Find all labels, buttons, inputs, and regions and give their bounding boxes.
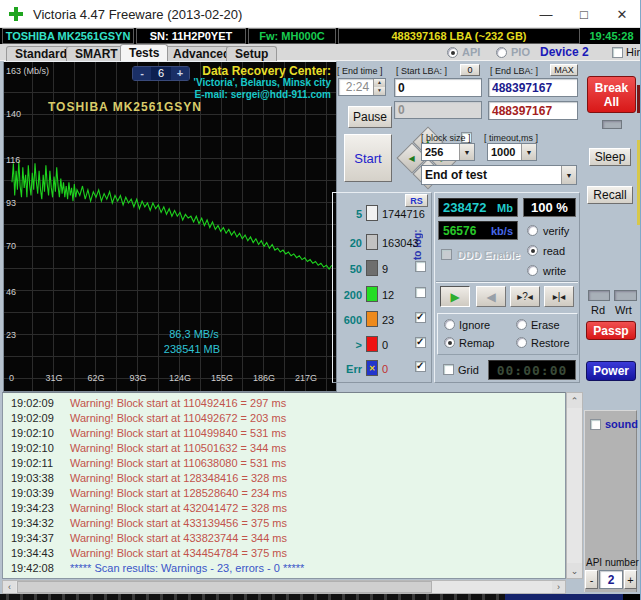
tab-smart[interactable]: SMART xyxy=(66,46,127,61)
scroll-left-icon[interactable]: ‹ xyxy=(3,581,16,593)
timeout-dropdown[interactable]: 1000 ▼ xyxy=(487,143,537,161)
play-button[interactable]: ▶ xyxy=(440,286,470,307)
api-radio[interactable] xyxy=(447,47,458,58)
to-log-checkbox-200[interactable] xyxy=(415,287,426,298)
scroll-down-icon[interactable]: ⌄ xyxy=(567,563,582,578)
rs-button[interactable]: RS xyxy=(405,194,428,207)
start-lba-label: [ Start LBA: ] xyxy=(396,66,447,76)
verify-radio[interactable] xyxy=(527,225,538,236)
restore-radio-label: Restore xyxy=(531,337,570,349)
drive-serial: SN: 11H2P0YET xyxy=(136,28,246,44)
timer-display: 00:00:00 xyxy=(488,360,576,380)
percent-value: 100 % xyxy=(531,200,568,215)
log-message: Warning! Block start at 110499840 = 531 … xyxy=(70,427,286,439)
maximize-button[interactable]: □ xyxy=(565,0,603,28)
end-action-dropdown[interactable]: End of test ▼ xyxy=(421,165,577,185)
start-lba-input[interactable]: 0 xyxy=(394,78,482,97)
counter-value-5: 1744716 xyxy=(382,208,425,220)
power-button[interactable]: Power xyxy=(586,361,636,381)
counter-label-50: 50 xyxy=(334,263,362,275)
end-time-spin-buttons[interactable]: ▲▼ xyxy=(373,79,385,95)
remap-radio[interactable] xyxy=(444,337,455,348)
y-axis-tick-label: 140 xyxy=(6,109,21,119)
scroll-up-icon[interactable]: ⌃ xyxy=(567,393,582,408)
log-message: Warning! Block start at 433139456 = 375 … xyxy=(70,517,287,529)
log-area[interactable]: 19:02:09Warning! Block start at 11049241… xyxy=(2,392,566,579)
seek-end-button[interactable]: ▸|◂ xyxy=(544,286,574,307)
pio-radio[interactable] xyxy=(496,47,507,58)
recall-button[interactable]: Recall xyxy=(587,186,633,204)
counter-label-gt: > xyxy=(334,339,362,351)
speed-display: 56576 kb/s xyxy=(438,221,518,240)
end-time-value: 2:24 xyxy=(342,80,373,94)
close-button[interactable]: ✕ xyxy=(603,0,641,28)
end-time-spinner[interactable]: 2:24 ▲▼ xyxy=(338,78,386,96)
hints-checkbox[interactable] xyxy=(612,47,623,58)
to-log-checkbox-50[interactable] xyxy=(415,261,426,272)
end-lba-max-button[interactable]: MAX xyxy=(550,64,578,76)
block-size-label: [ block size ] xyxy=(421,133,471,143)
scroll-right-icon[interactable]: › xyxy=(552,581,565,593)
spin-down-icon[interactable]: ▼ xyxy=(374,87,385,95)
drive-model: TOSHIBA MK2561GSYN xyxy=(2,28,134,44)
sound-checkbox[interactable] xyxy=(590,419,601,430)
y-axis-tick-label: 116 xyxy=(6,155,20,165)
victoria-app-window: Victoria 4.47 Freeware (2013-02-20) — □ … xyxy=(0,0,641,600)
tab-bar: Standard SMART Tests Advanced Setup API … xyxy=(0,44,641,61)
dropdown-arrow-icon[interactable]: ▼ xyxy=(521,144,536,160)
graph-drive-title: TOSHIBA MK2561GSYN xyxy=(48,100,202,114)
rd-label: Rd xyxy=(591,304,605,316)
ignore-radio-label: Ignore xyxy=(459,319,490,331)
counter-block-5 xyxy=(366,205,378,221)
end-lba-input[interactable]: 488397167 xyxy=(488,78,578,97)
rewind-button[interactable]: ◀ xyxy=(476,286,506,307)
zoom-in-button[interactable]: + xyxy=(171,67,189,80)
rewind-icon: ◀ xyxy=(486,290,495,304)
clock: 19:45:28 xyxy=(582,28,641,44)
start-lba-zero-button[interactable]: 0 xyxy=(460,64,480,76)
tab-tests[interactable]: Tests xyxy=(120,44,168,61)
api-number-field[interactable]: 2 xyxy=(599,570,623,589)
activity-led xyxy=(602,120,622,129)
ddd-enable-checkbox[interactable] xyxy=(441,249,452,260)
erase-radio[interactable] xyxy=(516,319,527,330)
block-size-dropdown[interactable]: 256 ▼ xyxy=(421,143,475,161)
restore-radio[interactable] xyxy=(516,337,527,348)
api-number-plus-button[interactable]: + xyxy=(624,570,637,589)
ignore-radio[interactable] xyxy=(444,319,455,330)
y-axis-tick-label: 163 (Mb/s) xyxy=(6,66,49,76)
start-button[interactable]: Start xyxy=(344,134,392,182)
minimize-button[interactable]: — xyxy=(527,0,565,28)
dropdown-arrow-icon[interactable]: ▼ xyxy=(459,144,474,160)
tab-setup[interactable]: Setup xyxy=(226,46,277,61)
counter-label-err: Err xyxy=(334,363,362,375)
counter-value-gt: 0 xyxy=(382,339,388,351)
log-vertical-scrollbar[interactable] xyxy=(566,392,583,579)
sleep-button[interactable]: Sleep xyxy=(589,148,631,166)
zoom-out-button[interactable]: - xyxy=(133,67,151,80)
grid-checkbox[interactable] xyxy=(443,364,454,375)
scrollbar-thumb[interactable] xyxy=(17,581,432,593)
passp-button[interactable]: Passp xyxy=(586,321,636,340)
api-number-minus-button[interactable]: - xyxy=(585,570,598,589)
scan-question-button[interactable]: ▸?◂ xyxy=(510,286,540,307)
drive-firmware: Fw: MH000C xyxy=(248,28,336,44)
percent-display: 100 % xyxy=(523,198,576,217)
speed-line xyxy=(12,162,332,270)
position-unit: Mb xyxy=(497,202,513,214)
to-log-checkbox-err[interactable] xyxy=(415,361,426,372)
write-radio-label: write xyxy=(543,265,566,277)
title-bar: Victoria 4.47 Freeware (2013-02-20) — □ … xyxy=(0,0,641,28)
log-entry: 19:02:11Warning! Block start at 11063808… xyxy=(3,457,565,472)
dropdown-arrow-icon[interactable]: ▼ xyxy=(561,166,576,184)
ddd-enable-label: DDD Enable xyxy=(457,249,520,261)
counter-block-gt xyxy=(366,336,378,352)
to-log-checkbox-gt[interactable] xyxy=(415,337,426,348)
to-log-checkbox-600[interactable] xyxy=(415,312,426,323)
log-message: ***** Scan results: Warnings - 23, error… xyxy=(70,562,304,574)
write-radio[interactable] xyxy=(527,265,538,276)
break-all-button[interactable]: Break All xyxy=(587,76,636,113)
read-radio[interactable] xyxy=(527,245,538,256)
spin-up-icon[interactable]: ▲ xyxy=(374,79,385,87)
pause-button[interactable]: Pause xyxy=(348,106,392,128)
